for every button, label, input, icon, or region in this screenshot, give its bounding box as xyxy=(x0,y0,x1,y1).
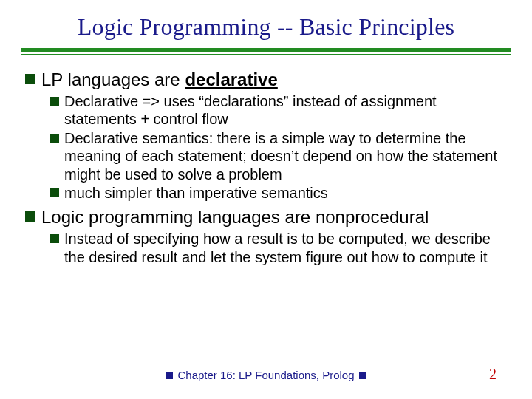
square-bullet-icon xyxy=(50,188,59,197)
slide-title: Logic Programming -- Basic Principles xyxy=(28,13,504,48)
square-bullet-icon xyxy=(50,134,59,143)
square-bullet-icon xyxy=(50,97,59,106)
square-bullet-icon xyxy=(25,211,35,222)
divider-thin xyxy=(21,54,511,55)
square-bullet-icon xyxy=(50,234,59,243)
bullet-text: Logic programming languages are nonproce… xyxy=(41,206,429,228)
bullet-level1: Logic programming languages are nonproce… xyxy=(25,206,502,228)
bullet-level1: LP languages are declarative xyxy=(25,69,502,91)
square-bullet-icon xyxy=(166,372,173,379)
divider-thick xyxy=(21,48,511,52)
bullet-text-emph: declarative xyxy=(185,69,277,89)
square-bullet-icon xyxy=(359,372,366,379)
content: LP languages are declarative Declarative… xyxy=(28,63,504,266)
bullet-text: Declarative semantics: there is a simple… xyxy=(64,129,502,183)
bullet-text: Instead of specifying how a result is to… xyxy=(64,230,502,266)
bullet-text: LP languages are declarative xyxy=(41,69,278,91)
bullet-text-pre: LP languages are xyxy=(41,69,185,89)
bullet-text: much simpler than imperative semantics xyxy=(64,184,328,202)
slide: Logic Programming -- Basic Principles LP… xyxy=(0,0,532,399)
square-bullet-icon xyxy=(25,74,35,84)
bullet-text-pre: Logic programming languages are nonproce… xyxy=(41,207,429,227)
bullet-level2: Declarative semantics: there is a simple… xyxy=(50,129,502,183)
page-number: 2 xyxy=(489,366,497,383)
bullet-level2: Declarative => uses “declarations” inste… xyxy=(50,92,502,129)
footer-text: Chapter 16: LP Foundations, Prolog xyxy=(177,369,354,381)
bullet-level2: much simpler than imperative semantics xyxy=(50,184,502,202)
footer: Chapter 16: LP Foundations, Prolog xyxy=(0,369,532,381)
bullet-level2: Instead of specifying how a result is to… xyxy=(50,230,502,266)
bullet-text: Declarative => uses “declarations” inste… xyxy=(64,92,502,129)
